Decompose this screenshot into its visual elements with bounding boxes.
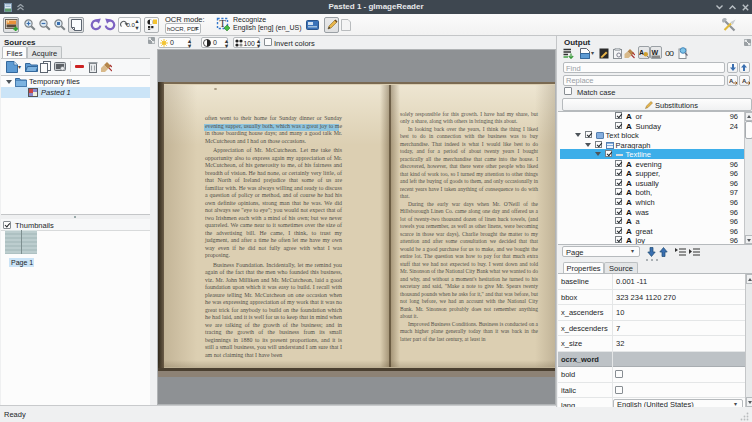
svg-text:A: A [639, 49, 644, 56]
svg-text:W: W [652, 49, 659, 56]
